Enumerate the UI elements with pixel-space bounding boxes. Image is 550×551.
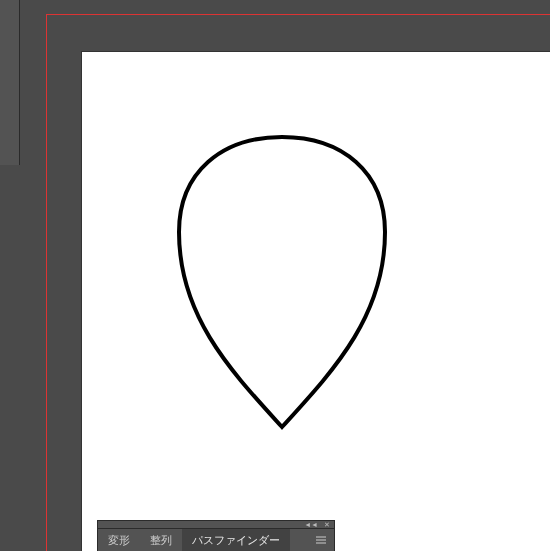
pick-shape-path[interactable] xyxy=(179,137,385,427)
tab-align[interactable]: 整列 xyxy=(140,529,182,551)
panel-titlebar[interactable]: ◄◄ ✕ xyxy=(98,521,334,529)
collapse-icon[interactable]: ◄◄ xyxy=(304,521,318,528)
artwork-layer[interactable] xyxy=(82,52,550,551)
pathfinder-panel[interactable]: ◄◄ ✕ 変形 整列 パスファインダー xyxy=(97,520,335,551)
panel-menu-icon[interactable] xyxy=(314,535,328,545)
panel-tabs: 変形 整列 パスファインダー xyxy=(98,529,334,551)
tab-transform[interactable]: 変形 xyxy=(98,529,140,551)
canvas-area[interactable] xyxy=(0,0,550,551)
app-background: ◄◄ ✕ 変形 整列 パスファインダー xyxy=(0,0,550,551)
close-icon[interactable]: ✕ xyxy=(324,521,330,528)
tab-pathfinder[interactable]: パスファインダー xyxy=(182,529,290,551)
